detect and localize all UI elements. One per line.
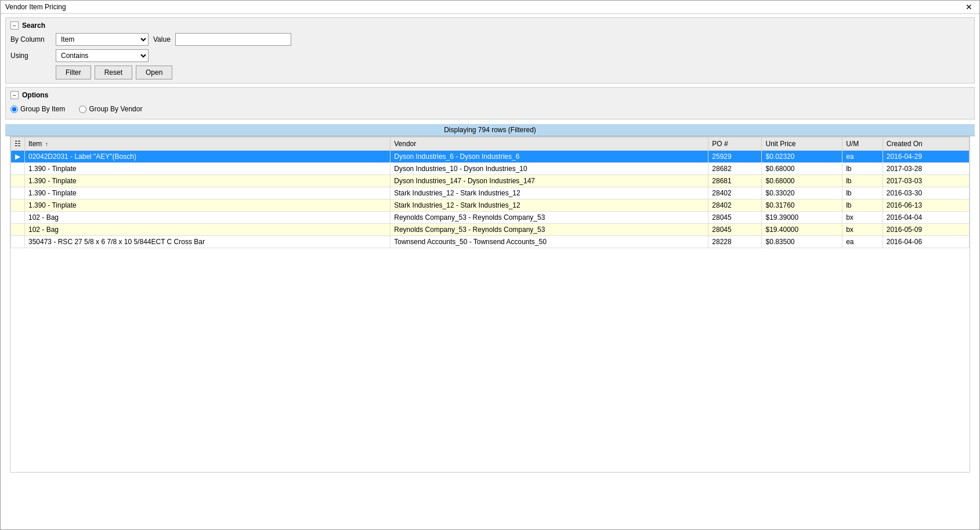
cell-unit-price: $0.83500 — [762, 236, 842, 248]
header-unit-price[interactable]: Unit Price — [762, 137, 842, 151]
cell-um: ea — [842, 151, 883, 163]
cell-unit-price: $19.40000 — [762, 224, 842, 236]
group-by-item-label[interactable]: Group By Item — [10, 105, 65, 113]
cell-unit-price: $19.39000 — [762, 212, 842, 224]
cell-unit-price: $0.33020 — [762, 187, 842, 199]
cell-item: 1.390 - Tinplate — [25, 163, 390, 175]
cell-um: lb — [842, 187, 883, 199]
table-icon: ☷ — [15, 140, 21, 148]
cell-po: 28228 — [708, 236, 762, 248]
search-toggle[interactable]: − — [10, 21, 19, 30]
row-arrow — [11, 236, 25, 248]
window-title: Vendor Item Pricing — [5, 3, 66, 11]
cell-item: 1.390 - Tinplate — [25, 199, 390, 212]
cell-created-on: 2017-03-28 — [883, 163, 969, 175]
header-icon: ☷ — [11, 137, 25, 151]
header-vendor[interactable]: Vendor — [390, 137, 708, 151]
table-row[interactable]: 1.390 - TinplateStark Industries_12 - St… — [11, 187, 970, 199]
cell-created-on: 2016-04-04 — [883, 212, 969, 224]
table-row[interactable]: 1.390 - TinplateDyson Industries_147 - D… — [11, 175, 970, 187]
cell-vendor: Townsend Accounts_50 - Townsend Accounts… — [390, 236, 708, 248]
cell-vendor: Dyson Industries_10 - Dyson Industries_1… — [390, 163, 708, 175]
header-po[interactable]: PO # — [708, 137, 762, 151]
cell-um: lb — [842, 175, 883, 187]
cell-um: bx — [842, 224, 883, 236]
using-row: Using Contains Starts With Equals Ends W… — [10, 49, 970, 62]
group-by-vendor-text: Group By Vendor — [89, 105, 142, 113]
row-arrow — [11, 187, 25, 199]
cell-po: 28402 — [708, 199, 762, 212]
options-row: Group By Item Group By Vendor — [10, 103, 970, 115]
row-arrow — [11, 224, 25, 236]
main-window: Vendor Item Pricing ✕ − Search By Column… — [0, 0, 980, 530]
table-row[interactable]: 350473 - RSC 27 5/8 x 6 7/8 x 10 5/844EC… — [11, 236, 970, 248]
cell-item: 102 - Bag — [25, 224, 390, 236]
cell-item: 1.390 - Tinplate — [25, 175, 390, 187]
search-section-header[interactable]: − Search — [10, 21, 970, 30]
table-container[interactable]: ☷ Item ↑ Vendor PO # Unit — [10, 136, 970, 473]
cell-um: ea — [842, 236, 883, 248]
value-label: Value — [153, 35, 171, 43]
options-title: Options — [22, 91, 48, 99]
cell-created-on: 2016-05-09 — [883, 224, 969, 236]
table-header-row: ☷ Item ↑ Vendor PO # Unit — [11, 137, 970, 151]
filter-button[interactable]: Filter — [56, 66, 91, 79]
open-button[interactable]: Open — [136, 66, 172, 79]
table-area: Displaying 794 rows (Filtered) ☷ Item ↑ … — [5, 124, 975, 473]
cell-created-on: 2017-03-03 — [883, 175, 969, 187]
group-by-item-radio[interactable] — [10, 106, 18, 113]
search-title: Search — [22, 21, 45, 30]
group-by-item-text: Group By Item — [20, 105, 65, 113]
options-toggle[interactable]: − — [10, 91, 19, 99]
options-section-header[interactable]: − Options — [10, 91, 970, 99]
close-button[interactable]: ✕ — [963, 3, 975, 11]
cell-po: 28045 — [708, 224, 762, 236]
title-bar: Vendor Item Pricing ✕ — [1, 1, 979, 14]
cell-um: lb — [842, 163, 883, 175]
table-row[interactable]: 1.390 - TinplateDyson Industries_10 - Dy… — [11, 163, 970, 175]
button-row: Filter Reset Open — [10, 66, 970, 79]
sort-arrow-item: ↑ — [45, 141, 48, 147]
cell-unit-price: $0.68000 — [762, 175, 842, 187]
table-row[interactable]: 1.390 - TinplateStark Industries_12 - St… — [11, 199, 970, 212]
cell-created-on: 2016-04-29 — [883, 151, 969, 163]
group-by-vendor-radio[interactable] — [79, 106, 86, 113]
header-created-on[interactable]: Created On — [883, 137, 969, 151]
table-row[interactable]: 102 - BagReynolds Company_53 - Reynolds … — [11, 224, 970, 236]
cell-po: 25929 — [708, 151, 762, 163]
table-row[interactable]: 102 - BagReynolds Company_53 - Reynolds … — [11, 212, 970, 224]
cell-unit-price: $0.31760 — [762, 199, 842, 212]
reset-button[interactable]: Reset — [95, 66, 132, 79]
cell-po: 28045 — [708, 212, 762, 224]
cell-po: 28402 — [708, 187, 762, 199]
cell-vendor: Reynolds Company_53 - Reynolds Company_5… — [390, 224, 708, 236]
cell-um: lb — [842, 199, 883, 212]
cell-unit-price: $0.02320 — [762, 151, 842, 163]
using-select[interactable]: Contains Starts With Equals Ends With — [56, 49, 149, 62]
header-item[interactable]: Item ↑ — [25, 137, 390, 151]
cell-created-on: 2016-03-30 — [883, 187, 969, 199]
row-arrow: ▶ — [11, 151, 25, 163]
by-column-label: By Column — [10, 35, 51, 43]
cell-um: bx — [842, 212, 883, 224]
cell-created-on: 2016-06-13 — [883, 199, 969, 212]
row-arrow — [11, 163, 25, 175]
row-arrow — [11, 175, 25, 187]
row-arrow — [11, 212, 25, 224]
cell-po: 28682 — [708, 163, 762, 175]
value-input[interactable] — [175, 33, 291, 46]
group-by-vendor-label[interactable]: Group By Vendor — [79, 105, 142, 113]
status-bar: Displaying 794 rows (Filtered) — [5, 124, 975, 136]
cell-vendor: Stark Industries_12 - Stark Industries_1… — [390, 199, 708, 212]
data-table: ☷ Item ↑ Vendor PO # Unit — [10, 137, 970, 248]
by-column-select[interactable]: Item Vendor PO # Unit Price U/M Created … — [56, 33, 149, 46]
row-arrow — [11, 199, 25, 212]
options-section: − Options Group By Item Group By Vendor — [5, 87, 975, 119]
table-row[interactable]: ▶02042D2031 - Label "AEY"(Bosch)Dyson In… — [11, 151, 970, 163]
table-body: ▶02042D2031 - Label "AEY"(Bosch)Dyson In… — [11, 151, 970, 248]
header-um[interactable]: U/M — [842, 137, 883, 151]
cell-unit-price: $0.68000 — [762, 163, 842, 175]
cell-item: 102 - Bag — [25, 212, 390, 224]
cell-created-on: 2016-04-06 — [883, 236, 969, 248]
by-column-row: By Column Item Vendor PO # Unit Price U/… — [10, 33, 970, 46]
